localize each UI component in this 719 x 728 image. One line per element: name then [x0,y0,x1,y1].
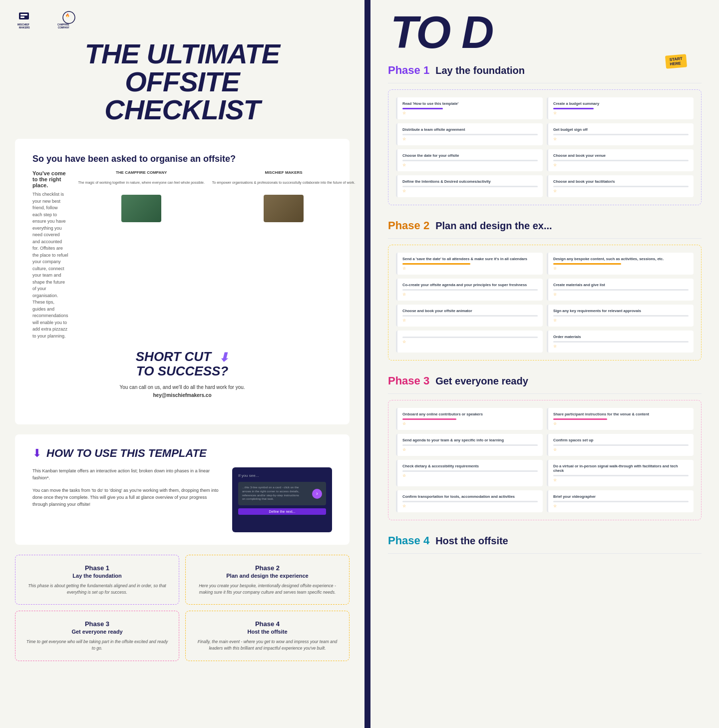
checklist-item[interactable]: Share participant instructions for the v… [547,408,694,430]
svg-rect-0 [19,12,29,19]
checklist-item[interactable]: Choose the date for your offsite ☆ [396,149,543,171]
svg-rect-2 [20,16,24,18]
checklist-item[interactable]: Sign any key requirements for relevant a… [547,305,694,327]
intro-body: This checklist is your new best friend, … [32,191,68,340]
shortcut-body: You can call on us, and we'll do all the… [50,383,315,399]
checklist-item[interactable]: Confirm transportation for tools, accomm… [396,490,543,512]
down-arrow-icon: ⬇ [32,447,41,460]
phase1-number: Phase 1 [25,564,169,572]
right-phase1-grid: Read 'How to use this template' ☆ Create… [396,97,694,197]
checklist-item[interactable]: Create materials and give list ☆ [547,279,694,301]
company1-name: THE CAMPFIRE COMPANY [78,170,205,175]
phase1-description: This phase is about getting the fundamen… [25,583,169,596]
phase2-description: Here you create your bespoke, intentiona… [196,583,339,596]
how-to-para1: This Kanban template offers an interacti… [32,467,220,482]
shortcut-email: hey@mischiefmakers.co [153,392,211,398]
demo-expand-icon[interactable]: › [312,489,322,499]
how-to-text: This Kanban template offers an interacti… [32,467,220,532]
todo-title: TO D [390,10,699,55]
phase4-description: Finally, the main event - where you get … [196,639,339,652]
company-logos: THE CAMPFIRE COMPANY The magic of workin… [78,170,356,340]
right-phase4-section: Phase 4 Host the offsite [378,530,712,554]
phase1-card: Phase 1 Lay the foundation This phase is… [15,555,179,605]
right-panel-content: STARTHERE Phase 1 Lay the foundation Rea… [370,60,719,554]
demo-card: ...this 3-line symbol on a card - click … [238,482,326,505]
right-phase3-grid: Onboard any online contributors or speak… [396,408,694,512]
phase3-description: Time to get everyone who will be taking … [25,639,169,652]
phase2-card: Phase 2 Plan and design the experience H… [185,555,350,605]
phase3-subtitle: Get everyone ready [25,629,169,635]
intro-heading: So you have been asked to organise an of… [32,154,332,164]
checklist-item[interactable]: Create a budget summary ☆ [547,97,694,119]
right-phase2-grid: Send a 'save the date' to all attendees … [396,253,694,353]
checklist-item[interactable]: Choose and book your facilitator/s ☆ [547,175,694,197]
template-demo: If you see... ...this 3-line symbol on a… [232,467,332,532]
main-title-section: THE ULTIMATE OFFSITE CHECKLIST [15,40,350,124]
right-phase3-section: Phase 3 Get everyone ready Onboard any o… [378,370,712,520]
checklist-item[interactable]: Define the Intentions & Desired outcomes… [396,175,543,197]
campfire-logo: 🔥 CAMPFIRE COMPANY [55,10,82,30]
right-phase1-title: Lay the foundation [435,65,525,76]
right-phase3-title: Get everyone ready [435,375,528,387]
checklist-item[interactable]: ☆ [396,331,543,353]
checklist-item[interactable]: Send a 'save the date' to all attendees … [396,253,543,275]
demo-button[interactable]: Define the next... [238,508,326,515]
right-phase2-section: Phase 2 Plan and design the ex... Send a… [378,215,712,361]
center-divider [364,0,370,728]
checklist-item[interactable]: Choose and book your offsite animator ☆ [396,305,543,327]
company2-block: MISCHIEF MAKERS To empower organisations… [212,170,355,224]
right-phase3-label: Phase 3 [388,374,429,387]
checklist-item[interactable]: Do a virtual or in-person signal walk-th… [547,460,694,486]
checklist-item[interactable]: Brief your videographer ☆ [547,490,694,512]
mischief-makers-logo: MISCHIEF MAKERS [15,10,45,30]
how-to-content: This Kanban template offers an interacti… [32,467,332,532]
right-phase1-label: Phase 1 [388,64,429,77]
right-phase1-header: Phase 1 Lay the foundation [388,60,702,83]
right-phase3-box: Onboard any online contributors or speak… [388,400,702,520]
checklist-item[interactable]: Send agenda to your team & any specific … [396,434,543,456]
how-to-para2: You can move the tasks from 'to do' to '… [32,487,220,508]
svg-text:🔥: 🔥 [65,13,70,17]
phase4-number: Phase 4 [196,620,339,628]
how-to-heading: HOW TO USE THIS TEMPLATE [46,447,207,460]
checklist-item[interactable]: Get budget sign off ☆ [547,123,694,145]
company1-desc: The magic of working together in nature,… [78,181,205,184]
svg-text:COMPANY: COMPANY [58,26,69,29]
right-phase4-header: Phase 4 Host the offsite [388,530,702,554]
company1-block: THE CAMPFIRE COMPANY The magic of workin… [78,170,205,224]
right-phase4-label: Phase 4 [388,534,429,547]
checklist-item[interactable]: Order materials ☆ [547,331,694,353]
right-phase4-title: Host the offsite [435,535,508,547]
checklist-item[interactable]: Choose and book your venue ☆ [547,149,694,171]
checklist-item[interactable]: Distribute a team offsite agreement ☆ [396,123,543,145]
logos-row: MISCHIEF MAKERS 🔥 CAMPFIRE COMPANY [15,10,350,30]
demo-label: If you see... [238,473,326,478]
checklist-item[interactable]: Check dietary & accessibility requiremen… [396,460,543,486]
checklist-item[interactable]: Confirm spaces set up ☆ [547,434,694,456]
right-phase1-box: Read 'How to use this template' ☆ Create… [388,89,702,205]
intro-content: You've come to the right place. This che… [32,170,332,340]
intro-text: You've come to the right place. This che… [32,170,68,340]
how-to-section: ⬇ HOW TO USE THIS TEMPLATE This Kanban t… [15,434,350,545]
company2-photo [264,195,304,222]
svg-text:MAKERS: MAKERS [19,26,30,29]
company1-photo [121,195,161,222]
todo-header: TO D [370,0,719,60]
right-phase3-header: Phase 3 Get everyone ready [388,370,702,394]
start-here-badge: STARTHERE [665,54,687,69]
svg-rect-1 [20,14,27,15]
checklist-item[interactable]: Co-create your offsite agenda and your p… [396,279,543,301]
checklist-item[interactable]: Read 'How to use this template' ☆ [396,97,543,119]
shortcut-title: SHORT CUT ⬇ TO SUCCESS? [136,350,229,378]
phase3-number: Phase 3 [25,620,169,628]
arrow-down-icon: ⬇ [219,351,229,364]
demo-card-text: ...this 3-line symbol on a card - click … [242,486,302,501]
phase1-subtitle: Lay the foundation [25,573,169,579]
right-phase2-title: Plan and design the ex... [435,220,552,232]
right-phase2-label: Phase 2 [388,219,429,232]
right-panel: TO D STARTHERE Phase 1 Lay the foundatio… [370,0,719,728]
checklist-item[interactable]: Onboard any online contributors or speak… [396,408,543,430]
phase4-card: Phase 4 Host the offsite Finally, the ma… [185,611,350,661]
left-panel: MISCHIEF MAKERS 🔥 CAMPFIRE COMPANY THE U… [0,0,364,728]
checklist-item[interactable]: Design any bespoke content, such as acti… [547,253,694,275]
